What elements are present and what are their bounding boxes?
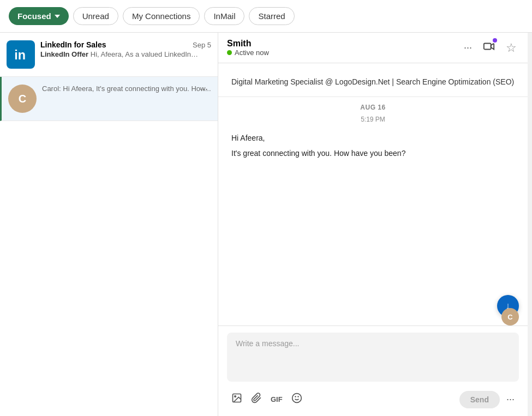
chevron-down-icon (55, 15, 60, 18)
video-icon (483, 43, 495, 55)
tab-starred[interactable]: Starred (249, 7, 294, 25)
conv-more-button-2[interactable]: ··· (196, 82, 211, 96)
more-icon: ··· (506, 394, 515, 405)
conv-preview-2: Carol: Hi Afeera, It's great connecting … (42, 85, 211, 93)
emoji-button[interactable] (287, 389, 307, 409)
toolbar-more-button[interactable]: ··· (502, 390, 519, 408)
chat-header-info: Smith Active now (227, 39, 462, 57)
tab-focused[interactable]: Focused (9, 7, 69, 25)
chat-status-text: Active now (235, 49, 269, 57)
tab-my-connections[interactable]: My Connections (123, 7, 200, 25)
conv-subject-1: LinkedIn Offer (40, 50, 88, 58)
status-dot-icon (227, 50, 232, 55)
chat-header: Smith Active now ··· (218, 33, 528, 63)
chat-scrollable[interactable]: Digital Marketing Specialist @ LogoDesig… (218, 63, 528, 325)
image-button[interactable] (227, 389, 247, 409)
message-input-area: Write a message... GIF (218, 325, 528, 416)
profile-snippet: Digital Marketing Specialist @ LogoDesig… (218, 63, 528, 97)
conv-sender-1: LinkedIn for Sales (40, 40, 106, 49)
notification-dot (492, 37, 498, 44)
conversation-item-1[interactable]: in LinkedIn for Sales Sep 5 LinkedIn Off… (0, 33, 218, 77)
linkedin-avatar: in (7, 40, 35, 69)
date-separator: AUG 16 (218, 97, 528, 113)
video-call-button[interactable] (481, 38, 497, 57)
message-timestamp: 5:19 PM (218, 113, 528, 128)
top-nav: Focused Unread My Connections InMail Sta… (0, 0, 532, 33)
message-placeholder: Write a message... (236, 339, 299, 348)
carol-avatar: C (8, 85, 37, 113)
gif-button[interactable]: GIF (266, 392, 287, 407)
attach-button[interactable] (247, 389, 266, 409)
svg-point-4 (235, 396, 236, 397)
message-toolbar: GIF Send ··· (227, 387, 519, 412)
send-button[interactable]: Send (459, 391, 500, 408)
conv-body-1: LinkedIn for Sales Sep 5 LinkedIn Offer … (40, 40, 211, 58)
tab-focused-label: Focused (17, 11, 51, 21)
chat-header-actions: ··· ☆ (462, 38, 519, 57)
conv-date-1: Sep 5 (193, 41, 211, 49)
tab-unread[interactable]: Unread (73, 7, 118, 25)
star-icon: ☆ (506, 41, 517, 55)
main-content: in LinkedIn for Sales Sep 5 LinkedIn Off… (0, 33, 532, 416)
message-2: It's great connecting with you. How have… (231, 147, 515, 159)
chat-panel: Smith Active now ··· (218, 33, 528, 416)
sidebar: in LinkedIn for Sales Sep 5 LinkedIn Off… (0, 33, 218, 416)
chat-status: Active now (227, 49, 462, 57)
messages-area: Hi Afeera, It's great connecting with yo… (218, 128, 528, 167)
svg-text:in: in (14, 48, 26, 62)
message-1: Hi Afeera, (231, 132, 515, 144)
profile-description: Digital Marketing Specialist @ LogoDesig… (231, 77, 514, 86)
tab-inmail[interactable]: InMail (204, 7, 244, 25)
conversation-item-2[interactable]: C Carol: Hi Afeera, It's great connectin… (0, 77, 218, 121)
message-input[interactable]: Write a message... (227, 333, 519, 382)
scrollbar-track (528, 33, 532, 416)
more-options-button[interactable]: ··· (462, 40, 474, 56)
star-button[interactable]: ☆ (504, 39, 519, 57)
tiny-avatar: C (501, 308, 519, 325)
conv-preview-1: LinkedIn Offer Hi, Afeera, As a valued L… (40, 50, 211, 58)
svg-rect-2 (484, 44, 491, 50)
svg-point-5 (292, 394, 301, 403)
conv-body-2: Carol: Hi Afeera, It's great connecting … (42, 85, 211, 93)
chat-contact-name: Smith (227, 39, 462, 49)
